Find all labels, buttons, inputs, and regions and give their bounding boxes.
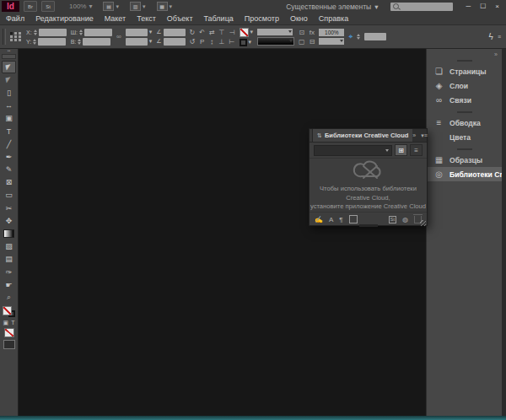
fitting-stepper[interactable] — [357, 34, 360, 40]
dock-collapse-icon[interactable]: » — [494, 51, 498, 57]
panel-resize-grip[interactable] — [420, 220, 426, 226]
tool-type[interactable]: T — [2, 125, 16, 137]
list-view-button[interactable]: ≡ — [410, 144, 423, 156]
tool-eyedropper[interactable]: ✑ — [2, 266, 16, 278]
panel-collapse-icon[interactable]: » — [412, 132, 416, 138]
rotate-cw-icon[interactable]: ↻ — [190, 29, 196, 36]
fill-stroke-control[interactable] — [3, 306, 15, 317]
tool-free-transform[interactable]: ✥ — [2, 214, 16, 227]
sidebar-item-stroke[interactable]: ≡ Обводка — [427, 116, 502, 130]
fill-none-swatch[interactable] — [3, 306, 12, 315]
grid-view-button[interactable]: ⊞ — [395, 144, 407, 156]
tool-scissors[interactable]: ✂ — [2, 202, 16, 214]
menu-layout[interactable]: Макет — [105, 14, 126, 23]
align-top-icon[interactable]: ⊤ — [219, 29, 225, 36]
reference-point-proxy[interactable] — [10, 32, 22, 41]
zoom-level-dropdown[interactable]: 100% ▾ — [69, 3, 92, 10]
stock-search-icon[interactable]: ◍ — [402, 216, 408, 223]
add-paragraph-style-icon[interactable]: ¶ — [339, 216, 342, 223]
menu-help[interactable]: Справка — [319, 14, 348, 23]
tool-pencil[interactable]: ✎ — [2, 164, 16, 176]
panel-menu-icon[interactable]: ▾≡ — [421, 132, 428, 139]
chevron-down-icon[interactable]: ▾ — [249, 39, 252, 46]
tool-rectangle[interactable]: ▭ — [2, 189, 16, 202]
apply-none-button[interactable] — [4, 328, 14, 337]
fill-color-swatch[interactable] — [240, 28, 249, 37]
select-container-button[interactable]: P — [200, 38, 204, 46]
object-style-dropdown[interactable] — [319, 38, 344, 45]
screen-mode-toggle[interactable] — [3, 340, 15, 349]
tool-direct-selection[interactable]: ◤ — [2, 73, 16, 86]
sidebar-item-swatches[interactable]: ▦ Образцы — [427, 153, 502, 167]
tool-gradient[interactable] — [2, 227, 16, 240]
sidebar-item-links[interactable]: ∞ Связи — [427, 93, 502, 107]
menu-type[interactable]: Текст — [137, 14, 156, 23]
arrange-documents-button[interactable]: ▦ ▾ — [157, 2, 173, 11]
tool-zoom[interactable]: ⌕ — [2, 291, 16, 304]
chevron-down-icon[interactable]: ▾ — [149, 29, 153, 35]
control-panel-menu-icon[interactable]: ≡ — [498, 34, 501, 40]
x-field[interactable] — [39, 29, 67, 36]
control-panel-grip[interactable] — [3, 29, 6, 45]
width-stepper[interactable] — [79, 30, 83, 35]
align-right-icon[interactable]: ⊢ — [229, 38, 235, 46]
adobe-stock-icon[interactable]: St — [389, 216, 396, 223]
tool-gradient-feather[interactable]: ▨ — [2, 240, 16, 253]
y-stepper[interactable] — [33, 39, 36, 45]
dock-drag-handle[interactable] — [457, 111, 472, 113]
tool-selection[interactable]: ◤ — [2, 61, 16, 73]
x-stepper[interactable] — [34, 30, 37, 35]
height-field[interactable] — [83, 38, 110, 46]
tab-cc-libraries[interactable]: ⇅ Библиотеки Creative Cloud — [313, 129, 412, 142]
rotate-180-icon[interactable]: ↶ — [199, 29, 205, 36]
flip-vertical-icon[interactable]: ↨ — [210, 38, 213, 46]
tool-content-collector[interactable]: ▣ — [2, 112, 16, 125]
tool-line[interactable]: ╱ — [2, 137, 16, 150]
formatting-container-icon[interactable]: ▣ — [3, 320, 9, 326]
stroke-weight-dropdown[interactable] — [257, 29, 293, 35]
close-button[interactable]: × — [495, 3, 499, 10]
quick-apply-icon[interactable]: ϟ — [489, 32, 493, 41]
add-character-style-icon[interactable]: А — [329, 216, 333, 223]
sidebar-item-cc-libraries[interactable]: ◎ Библиотеки Creative … — [427, 167, 502, 181]
dock-drag-handle[interactable] — [457, 60, 472, 62]
stroke-type-dropdown[interactable] — [257, 37, 294, 46]
align-left-icon[interactable]: ⊣ — [229, 29, 235, 36]
sidebar-item-color[interactable]: Цвета — [427, 130, 502, 144]
library-select-dropdown[interactable] — [314, 145, 392, 156]
add-color-icon[interactable] — [349, 215, 358, 223]
width-field[interactable] — [84, 29, 112, 36]
document-canvas[interactable] — [18, 49, 426, 416]
y-field[interactable] — [38, 38, 66, 46]
add-graphic-icon[interactable]: ✍ — [315, 216, 323, 223]
chevron-down-icon[interactable]: ▾ — [149, 38, 153, 45]
fitting-field[interactable] — [364, 33, 386, 40]
dock-drag-handle[interactable] — [457, 148, 472, 150]
corner-shape-icon[interactable]: ▢ — [299, 38, 305, 46]
scale-x-field[interactable] — [126, 29, 148, 36]
scale-y-field[interactable] — [126, 38, 148, 46]
sidebar-item-pages[interactable]: ❏ Страницы — [427, 64, 502, 78]
menu-view[interactable]: Просмотр — [245, 14, 279, 23]
search-input[interactable] — [390, 3, 453, 11]
height-stepper[interactable] — [78, 39, 81, 45]
maximize-button[interactable]: ☐ — [480, 3, 486, 10]
menu-table[interactable]: Таблица — [204, 14, 234, 23]
menu-object[interactable]: Объект — [167, 14, 193, 23]
align-bottom-icon[interactable]: ⊥ — [219, 38, 225, 46]
view-options-button[interactable]: ▤ ▾ — [103, 2, 119, 11]
tool-frame[interactable]: ⊠ — [2, 176, 16, 189]
tool-gap[interactable]: ↔ — [2, 100, 16, 112]
tool-pen[interactable]: ✒ — [2, 150, 16, 163]
formatting-text-icon[interactable]: T — [11, 320, 14, 326]
tools-collapse-icon[interactable]: •• — [8, 49, 11, 53]
rotation-angle-field[interactable] — [164, 29, 186, 36]
bridge-button[interactable]: Br — [24, 1, 37, 12]
panel-bottom-drag-handle[interactable] — [359, 224, 378, 227]
drop-shadow-icon[interactable]: ⊟ — [310, 38, 315, 46]
chevron-down-icon[interactable]: ▾ — [250, 29, 254, 35]
tool-hand[interactable]: ☛ — [2, 278, 16, 291]
screen-mode-button[interactable]: ▥ ▾ — [130, 2, 146, 11]
stroke-color-swatch[interactable] — [240, 39, 247, 46]
frame-fitting-icon[interactable]: ⌖ — [348, 32, 353, 41]
